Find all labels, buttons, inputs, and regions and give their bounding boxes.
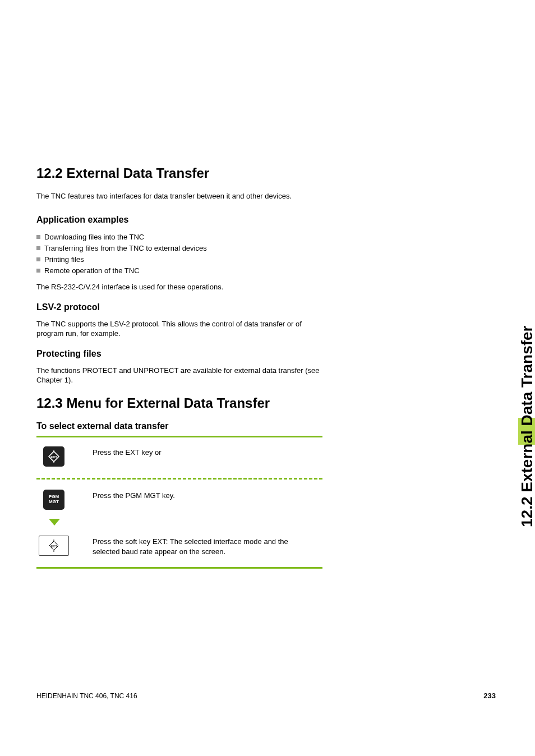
heading-application-examples: Application examples: [36, 215, 322, 225]
list-item: Printing files: [36, 254, 322, 265]
step-text: Press the soft key EXT: The selected int…: [93, 536, 317, 557]
step-text: Press the EXT key or: [93, 446, 162, 458]
green-rule: [36, 567, 322, 569]
main-content-column: 12.2 External Data Transfer The TNC feat…: [36, 165, 322, 569]
heading-protecting-files: Protecting files: [36, 349, 322, 359]
application-examples-list: Downloading files into the TNC Transferr…: [36, 232, 322, 277]
step-row-ext-softkey: EXT Press the soft key EXT: The selected…: [36, 531, 322, 563]
heading-12-2: 12.2 External Data Transfer: [36, 165, 322, 181]
ext-softkey-icon: EXT: [39, 536, 69, 556]
heading-select-external: To select external data transfer: [36, 421, 322, 431]
list-item: Remote operation of the TNC: [36, 265, 322, 276]
page-footer: HEIDENHAIN TNC 406, TNC 416 233: [36, 692, 496, 700]
ext-softkey: EXT: [39, 536, 69, 556]
vertical-section-title: 12.2 External Data Transfer: [518, 348, 535, 527]
pgm-mgt-key: PGM MGT: [39, 490, 69, 510]
rs232-note: The RS-232-C/V.24 interface is used for …: [36, 282, 322, 292]
list-item: Transferring files from the TNC to exter…: [36, 243, 322, 254]
ext-key: EXT: [39, 446, 69, 467]
step-text: Press the PGM MGT key.: [93, 490, 175, 501]
pgm-label-line2: MGT: [49, 499, 59, 504]
intro-text: The TNC features two interfaces for data…: [36, 191, 322, 201]
protecting-files-body: The functions PROTECT and UNPROTECT are …: [36, 366, 322, 385]
list-item: Downloading files into the TNC: [36, 232, 322, 243]
page-number: 233: [483, 692, 496, 700]
green-rule: [36, 436, 322, 437]
pgm-mgt-key-icon: PGM MGT: [43, 490, 64, 510]
svg-text:EXT: EXT: [50, 544, 57, 547]
dashed-rule: [36, 478, 322, 480]
svg-text:EXT: EXT: [50, 455, 57, 459]
ext-key-icon: EXT: [43, 446, 64, 467]
lsv2-body: The TNC supports the LSV-2 protocol. Thi…: [36, 319, 322, 339]
heading-lsv2: LSV-2 protocol: [36, 302, 322, 312]
step-row-ext-key: EXT Press the EXT key or: [36, 442, 322, 472]
step-row-pgm-mgt-key: PGM MGT Press the PGM MGT key.: [36, 485, 322, 515]
heading-12-3: 12.3 Menu for External Data Transfer: [36, 395, 322, 411]
footer-left-text: HEIDENHAIN TNC 406, TNC 416: [36, 692, 137, 700]
chevron-down-icon: [49, 519, 60, 525]
